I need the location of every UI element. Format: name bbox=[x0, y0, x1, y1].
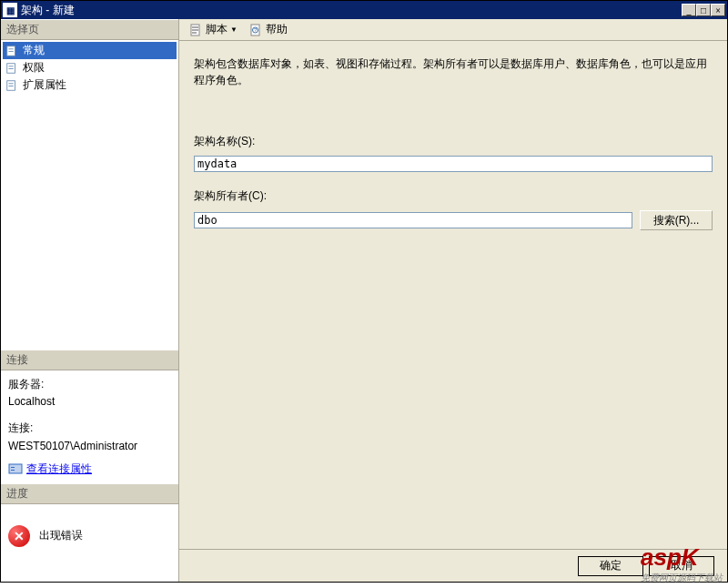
sidebar-item-extended[interactable]: 扩展属性 bbox=[3, 76, 177, 94]
script-label: 脚本 bbox=[206, 22, 228, 37]
help-icon: ? bbox=[248, 23, 263, 37]
progress-header: 进度 bbox=[1, 483, 178, 504]
connection-label: 连接: bbox=[8, 420, 171, 437]
view-connection-properties[interactable]: 查看连接属性 bbox=[8, 461, 171, 478]
main-panel: 脚本 ▼ ? 帮助 架构包含数据库对象，如表、视图和存储过程。架构所有者可以是数… bbox=[179, 19, 727, 582]
page-icon bbox=[5, 44, 19, 58]
script-icon bbox=[188, 23, 203, 37]
sidebar-item-permissions[interactable]: 权限 bbox=[3, 59, 177, 76]
svg-rect-10 bbox=[11, 467, 15, 468]
dialog-footer: 确定 取消 bbox=[179, 549, 727, 582]
search-button[interactable]: 搜索(R)... bbox=[640, 210, 713, 230]
page-list: 常规 权限 扩展属性 bbox=[1, 40, 178, 350]
dialog-window: ▦ 架构 - 新建 _ □ × 选择页 常规 权限 扩展属性 bbox=[0, 0, 728, 583]
properties-icon bbox=[8, 461, 23, 476]
page-icon bbox=[5, 78, 19, 93]
script-button[interactable]: 脚本 ▼ bbox=[185, 21, 241, 38]
error-icon: ✕ bbox=[8, 525, 30, 547]
svg-rect-2 bbox=[9, 51, 14, 52]
window-icon: ▦ bbox=[3, 3, 17, 17]
description-text: 架构包含数据库对象，如表、视图和存储过程。架构所有者可以是数据库用户、数据库角色… bbox=[194, 56, 713, 88]
svg-rect-1 bbox=[9, 48, 14, 49]
sidebar-item-label: 扩展属性 bbox=[23, 77, 66, 93]
schema-owner-label: 架构所有者(C): bbox=[194, 188, 713, 204]
svg-rect-4 bbox=[9, 66, 14, 66]
page-icon bbox=[5, 61, 19, 76]
ok-button[interactable]: 确定 bbox=[578, 556, 643, 576]
close-button[interactable]: × bbox=[711, 4, 725, 16]
svg-rect-11 bbox=[11, 470, 15, 471]
sidebar-item-general[interactable]: 常规 bbox=[3, 42, 177, 59]
connection-info: 服务器: Localhost 连接: WEST50107\Administrat… bbox=[1, 370, 178, 483]
connection-header: 连接 bbox=[1, 350, 178, 370]
content-area: 架构包含数据库对象，如表、视图和存储过程。架构所有者可以是数据库用户、数据库角色… bbox=[179, 41, 727, 549]
schema-owner-input[interactable] bbox=[194, 212, 632, 228]
toolbar: 脚本 ▼ ? 帮助 bbox=[179, 19, 727, 41]
server-label: 服务器: bbox=[8, 376, 171, 393]
dropdown-arrow-icon: ▼ bbox=[230, 25, 238, 34]
error-text: 出现错误 bbox=[39, 528, 83, 543]
progress-section: ✕ 出现错误 bbox=[1, 504, 178, 568]
svg-rect-8 bbox=[9, 86, 14, 86]
window-title: 架构 - 新建 bbox=[21, 3, 682, 18]
cancel-button[interactable]: 取消 bbox=[649, 556, 714, 576]
svg-rect-7 bbox=[9, 83, 14, 84]
help-button[interactable]: ? 帮助 bbox=[245, 21, 291, 38]
sidebar-item-label: 常规 bbox=[23, 43, 45, 58]
sidebar-item-label: 权限 bbox=[23, 60, 45, 76]
server-value: Localhost bbox=[8, 393, 171, 411]
svg-rect-5 bbox=[9, 68, 14, 69]
titlebar[interactable]: ▦ 架构 - 新建 _ □ × bbox=[1, 1, 727, 19]
schema-name-input[interactable] bbox=[194, 156, 713, 172]
sidebar: 选择页 常规 权限 扩展属性 连接 服务器: Localhost bbox=[1, 19, 179, 582]
maximize-button[interactable]: □ bbox=[696, 4, 711, 16]
svg-rect-9 bbox=[9, 464, 22, 473]
help-label: 帮助 bbox=[266, 22, 288, 37]
select-page-header: 选择页 bbox=[1, 19, 178, 40]
minimize-button[interactable]: _ bbox=[682, 4, 696, 16]
connection-value: WEST50107\Administrator bbox=[8, 438, 171, 455]
schema-name-label: 架构名称(S): bbox=[194, 134, 713, 149]
view-connection-link[interactable]: 查看连接属性 bbox=[26, 461, 92, 478]
